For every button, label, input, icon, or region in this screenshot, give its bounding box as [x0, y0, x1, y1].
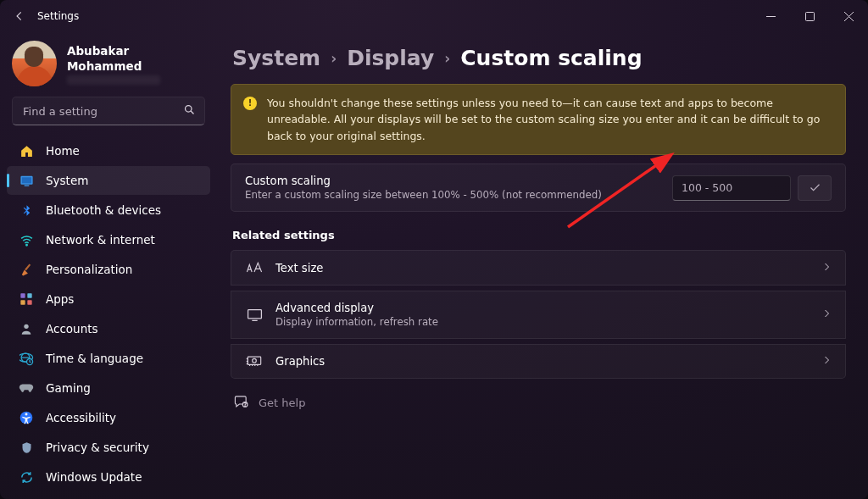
back-button[interactable]	[14, 10, 25, 22]
sidebar-item-label: System	[46, 174, 88, 187]
svg-rect-18	[248, 357, 260, 364]
gpu-icon	[245, 355, 264, 368]
apps-icon	[19, 291, 34, 307]
custom-scaling-input[interactable]	[672, 175, 791, 201]
warning-banner: ! You shouldn't change these settings un…	[231, 84, 846, 155]
sidebar-item-label: Network & internet	[46, 233, 155, 247]
svg-rect-11	[27, 300, 31, 304]
text-size-icon	[245, 261, 264, 274]
bluetooth-icon	[19, 202, 34, 218]
maximize-button[interactable]	[790, 0, 829, 32]
svg-rect-9	[27, 293, 31, 297]
sidebar-item-label: Bluetooth & devices	[46, 203, 161, 217]
sidebar-item-bluetooth[interactable]: Bluetooth & devices	[7, 196, 210, 225]
sidebar-item-personalization[interactable]: Personalization	[7, 255, 210, 284]
window-title: Settings	[37, 10, 79, 22]
sidebar-item-gaming[interactable]: Gaming	[7, 374, 210, 402]
search-input[interactable]	[21, 104, 183, 119]
sidebar-item-label: Privacy & security	[46, 441, 149, 454]
system-icon	[19, 173, 34, 188]
svg-rect-0	[766, 16, 776, 17]
sidebar: Abubakar Mohammed Home	[0, 32, 217, 499]
nav-list: Home System Bluetooth & devices Network …	[0, 134, 217, 494]
titlebar: Settings	[0, 0, 868, 32]
brush-icon	[19, 262, 34, 277]
wifi-icon	[19, 232, 34, 247]
svg-rect-10	[20, 300, 25, 304]
close-button[interactable]	[829, 0, 868, 32]
breadcrumb-item[interactable]: Display	[347, 46, 434, 70]
sidebar-item-time-language[interactable]: Time & language	[7, 344, 210, 373]
monitor-icon	[245, 308, 264, 322]
sidebar-item-label: Gaming	[46, 381, 91, 395]
breadcrumb-item[interactable]: System	[232, 46, 320, 70]
row-title: Text size	[275, 262, 810, 274]
sidebar-item-label: Home	[46, 144, 80, 158]
svg-point-12	[24, 324, 28, 329]
sidebar-item-label: Personalization	[46, 263, 132, 276]
sidebar-item-accounts[interactable]: Accounts	[7, 314, 210, 343]
breadcrumb-item-current: Custom scaling	[460, 46, 642, 70]
row-subtitle: Enter a custom scaling size between 100%…	[245, 189, 660, 201]
svg-point-21	[245, 406, 246, 407]
section-title-related: Related settings	[232, 229, 846, 241]
svg-point-16	[25, 413, 28, 416]
gamepad-icon	[19, 380, 34, 396]
user-profile[interactable]: Abubakar Mohammed	[0, 36, 217, 97]
user-name: Abubakar Mohammed	[67, 43, 205, 74]
chevron-right-icon	[821, 262, 832, 274]
svg-rect-5	[24, 185, 29, 186]
svg-rect-7	[25, 263, 31, 270]
search-icon	[183, 103, 196, 119]
help-icon	[234, 394, 248, 411]
chevron-right-icon: ›	[331, 50, 337, 67]
svg-point-6	[25, 244, 26, 245]
chevron-right-icon: ›	[444, 50, 450, 67]
custom-scaling-row: Custom scaling Enter a custom scaling si…	[231, 164, 846, 212]
sidebar-item-system[interactable]: System	[7, 166, 210, 195]
globe-clock-icon	[19, 351, 34, 366]
help-label: Get help	[259, 396, 305, 409]
sidebar-item-apps[interactable]: Apps	[7, 285, 210, 313]
breadcrumb: System › Display › Custom scaling	[231, 39, 846, 84]
warning-text: You shouldn't change these settings unle…	[267, 95, 833, 144]
sidebar-item-label: Apps	[46, 292, 74, 306]
svg-rect-8	[20, 293, 25, 297]
related-item-graphics[interactable]: Graphics	[231, 344, 846, 379]
row-subtitle: Display information, refresh rate	[275, 316, 810, 328]
apply-button[interactable]	[798, 175, 832, 201]
svg-rect-17	[248, 309, 261, 318]
svg-point-2	[186, 105, 192, 112]
chevron-right-icon	[821, 355, 832, 368]
row-title: Graphics	[275, 355, 810, 368]
sidebar-item-network[interactable]: Network & internet	[7, 225, 210, 254]
svg-point-19	[253, 359, 257, 363]
sidebar-item-home[interactable]: Home	[7, 136, 210, 165]
sidebar-item-privacy[interactable]: Privacy & security	[7, 433, 210, 462]
user-email-redacted	[67, 75, 160, 85]
warning-icon: !	[243, 97, 257, 110]
get-help-link[interactable]: Get help	[231, 394, 846, 411]
sidebar-item-accessibility[interactable]: Accessibility	[7, 403, 210, 432]
update-icon	[19, 469, 34, 485]
sidebar-item-label: Time & language	[46, 352, 143, 365]
related-item-advanced-display[interactable]: Advanced display Display information, re…	[231, 291, 846, 339]
accessibility-icon	[19, 410, 34, 425]
minimize-button[interactable]	[751, 0, 790, 32]
svg-rect-1	[805, 12, 814, 20]
person-icon	[19, 321, 34, 336]
sidebar-item-label: Accessibility	[46, 411, 116, 424]
row-title: Advanced display	[275, 302, 810, 314]
search-box[interactable]	[12, 97, 205, 125]
chevron-right-icon	[821, 308, 832, 321]
sidebar-item-label: Windows Update	[46, 470, 142, 484]
row-title: Custom scaling	[245, 175, 660, 187]
home-icon	[19, 143, 34, 158]
svg-rect-4	[21, 177, 31, 183]
sidebar-item-windows-update[interactable]: Windows Update	[7, 463, 210, 491]
shield-icon	[19, 440, 34, 455]
avatar	[12, 41, 57, 86]
main-content: System › Display › Custom scaling ! You …	[217, 32, 868, 499]
related-item-text-size[interactable]: Text size	[231, 250, 846, 286]
sidebar-item-label: Accounts	[46, 322, 98, 335]
